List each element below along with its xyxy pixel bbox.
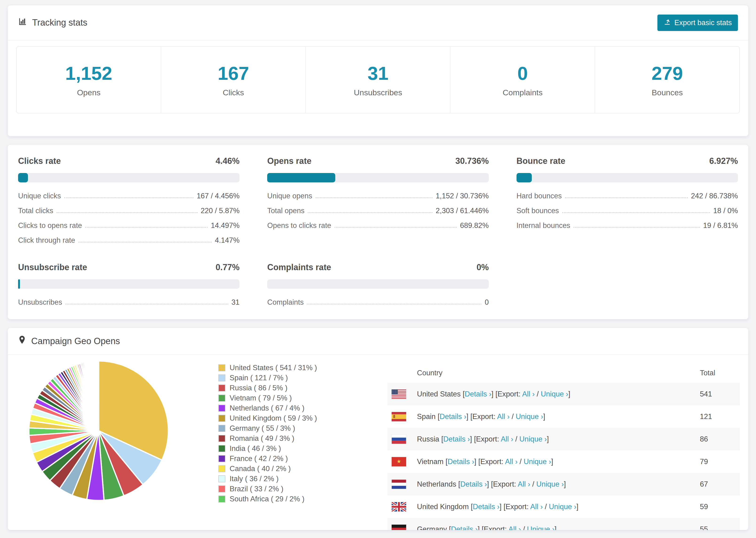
country-cell: Netherlands [Details ›] [Export: All › /… [417,480,700,488]
total-cell: 79 [700,457,740,466]
export-unique-link[interactable]: Unique › [527,525,555,530]
stat-row: Total opens 2,303 / 61.446% [267,207,489,215]
bounces-label: Bounces [652,88,683,97]
complaints-count: 0 [517,63,528,84]
legend-item[interactable]: South Africa ( 29 / 2% ) [218,494,373,504]
bar-chart-icon [18,17,27,28]
total-cell: 67 [700,480,740,488]
dotted-leader [79,242,212,242]
country-cell: United States [Details ›] [Export: All ›… [417,390,700,398]
legend-swatch [218,465,225,472]
legend-item[interactable]: Canada ( 40 / 2% ) [218,463,373,474]
legend-item[interactable]: Russia ( 86 / 5% ) [218,383,373,393]
export-unique-link[interactable]: Unique › [549,503,576,511]
legend-label: United Kingdom ( 59 / 3% ) [230,414,317,422]
tracking-stats-header: Tracking stats Export basic stats [8,5,748,40]
export-button-label: Export basic stats [674,19,732,27]
complaints-label: Complaints [503,88,543,97]
legend-swatch [218,405,225,412]
legend-item[interactable]: Brazil ( 33 / 2% ) [218,484,373,494]
stat-label: Total clicks [18,207,53,215]
opens-rate-title: Opens rate [267,156,311,166]
stat-value: 167 / 4.456% [197,192,240,200]
export-all-link[interactable]: All › [508,525,521,530]
pie-slice[interactable] [98,361,99,431]
stat-row: Total clicks 220 / 5.87% [18,207,240,215]
export-unique-link[interactable]: Unique › [536,480,564,488]
details-link[interactable]: Details › [448,457,474,466]
legend-item[interactable]: Vietnam ( 79 / 5% ) [218,393,373,403]
opens-label: Opens [77,88,100,97]
total-cell: 55 [700,525,740,530]
country-name: Vietnam [417,457,444,466]
clicks-rate-bar-fill [18,173,28,183]
stat-label: Unique opens [267,192,312,200]
legend-label: South Africa ( 29 / 2% ) [230,495,304,503]
legend-label: Brazil ( 33 / 2% ) [230,485,283,493]
complaints-rate-rows: Complaints 0 [267,298,489,306]
opens-rate-block: Opens rate 30.736% Unique opens 1,152 / … [267,156,489,244]
opens-rate-bar [267,173,489,183]
export-all-link[interactable]: All › [497,412,510,421]
details-link[interactable]: Details › [460,480,487,488]
legend-item[interactable]: Romania ( 49 / 3% ) [218,433,373,443]
export-all-link[interactable]: All › [501,435,513,443]
export-all-link[interactable]: All › [505,457,517,466]
dotted-leader [307,304,481,304]
legend-swatch [218,496,225,503]
export-unique-link[interactable]: Unique › [523,457,551,466]
unsubscribe-rate-bar-fill [18,279,20,289]
legend-label: Germany ( 55 / 3% ) [230,424,295,433]
country-name: Netherlands [417,480,456,488]
legend-swatch [218,485,225,493]
legend-item[interactable]: France ( 42 / 2% ) [218,454,373,463]
legend-item[interactable]: India ( 46 / 3% ) [218,443,373,454]
export-unique-link[interactable]: Unique › [519,435,547,443]
counter-unsubscribes: 31 Unsubscribes [306,47,451,113]
dotted-leader [335,227,457,228]
legend-item[interactable]: Spain ( 121 / 7% ) [218,373,373,383]
geo-pie-chart [26,358,171,504]
stat-row: Soft bounces 18 / 0% [516,207,738,215]
details-link[interactable]: Details › [473,503,500,511]
clicks-rate-bar [18,173,240,183]
dotted-leader [315,197,432,198]
export-unique-link[interactable]: Unique › [541,390,568,398]
clicks-rate-block: Clicks rate 4.46% Unique clicks 167 / 4.… [18,156,240,244]
stat-row: Opens to clicks rate 689.82% [267,221,489,230]
stat-value: 1,152 / 30.736% [436,192,489,200]
geo-table-body: United States [Details ›] [Export: All ›… [387,383,740,530]
stat-label: Hard bounces [516,192,562,200]
details-link[interactable]: Details › [465,390,491,398]
details-link[interactable]: Details › [443,435,470,443]
export-all-link[interactable]: All › [518,480,530,488]
details-link[interactable]: Details › [440,412,466,421]
stat-row: Click through rate 4.147% [18,236,240,244]
export-all-link[interactable]: All › [530,503,543,511]
country-column-header: Country [387,369,700,377]
legend-item[interactable]: United Kingdom ( 59 / 3% ) [218,413,373,423]
stat-value: 18 / 0% [713,207,738,215]
stat-row: Complaints 0 [267,298,489,306]
legend-item[interactable]: Germany ( 55 / 3% ) [218,423,373,433]
stat-label: Unsubscribes [18,298,62,306]
details-link[interactable]: Details › [451,525,478,530]
map-pin-icon [18,336,26,347]
geo-table-header: Country Total [387,363,740,383]
export-all-link[interactable]: All › [522,390,535,398]
opens-rate-rows: Unique opens 1,152 / 30.736% Total opens… [267,192,489,230]
export-unique-link[interactable]: Unique › [515,412,543,421]
legend-item[interactable]: Netherlands ( 67 / 4% ) [218,403,373,413]
gb-flag-icon [392,502,406,511]
legend-item[interactable]: Italy ( 36 / 2% ) [218,474,373,484]
geo-table: Country Total United States [Details ›] … [387,363,740,530]
unsubscribe-rate-title: Unsubscribe rate [18,262,87,272]
table-row: United States [Details ›] [Export: All ›… [387,383,740,405]
export-basic-stats-button[interactable]: Export basic stats [657,15,738,31]
dotted-leader [562,212,710,213]
counter-clicks: 167 Clicks [161,47,306,113]
rates-card: Clicks rate 4.46% Unique clicks 167 / 4.… [8,145,748,319]
complaints-rate-title: Complaints rate [267,262,331,272]
complaints-rate-block: Complaints rate 0% Complaints 0 [267,262,489,306]
legend-item[interactable]: United States ( 541 / 31% ) [218,363,373,373]
